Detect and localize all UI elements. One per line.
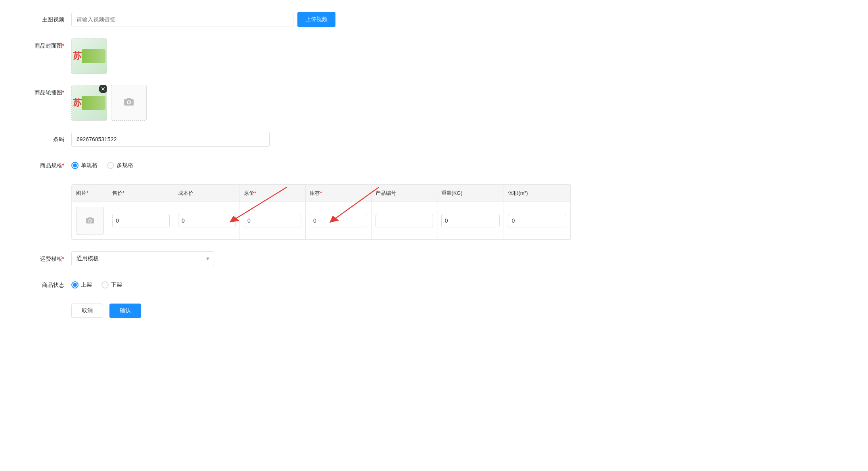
- delete-carousel-image-0[interactable]: ✕: [99, 85, 107, 93]
- barcode-label: 条码: [24, 132, 71, 147]
- sku-table-body: [72, 202, 571, 240]
- main-video-label: 主图视频: [24, 12, 71, 27]
- freight-template-value: 通用模板: [77, 255, 99, 262]
- spec-radio-group: 单规格 多规格: [71, 158, 133, 173]
- product-status-content: 上架 下架: [71, 277, 571, 292]
- carousel-images-label: 商品轮播图*: [24, 85, 71, 100]
- video-url-input[interactable]: [71, 12, 293, 27]
- sku-table: 图片* 售价* 成本价 原价* 库存* 产品编号 重量(KG) 体积(m³): [72, 185, 571, 240]
- spec-label: 商品规格*: [24, 158, 71, 173]
- camera-icon: [123, 97, 134, 109]
- sku-row-0: [72, 202, 571, 240]
- status-off-shelf-option[interactable]: 下架: [102, 281, 122, 288]
- col-original: 原价*: [240, 185, 305, 202]
- main-video-content: 上传视频: [71, 12, 571, 27]
- cover-image-upload[interactable]: [71, 38, 107, 74]
- status-off-shelf-radio[interactable]: [102, 281, 109, 288]
- product-status-row: 商品状态 上架 下架: [24, 277, 571, 292]
- col-stock: 库存*: [305, 185, 371, 202]
- carousel-add-image[interactable]: [111, 85, 147, 121]
- status-on-shelf-option[interactable]: 上架: [71, 281, 92, 288]
- sku-table-head: 图片* 售价* 成本价 原价* 库存* 产品编号 重量(KG) 体积(m³): [72, 185, 571, 202]
- sku-cell-volume-0: [504, 202, 571, 240]
- main-video-row: 主图视频 上传视频: [24, 12, 571, 27]
- barcode-row: 条码: [24, 132, 571, 147]
- spec-row: 商品规格* 单规格 多规格: [24, 158, 571, 173]
- col-price: 售价*: [108, 185, 174, 202]
- col-image: 图片*: [72, 185, 108, 202]
- sku-price-input-0[interactable]: [112, 214, 170, 227]
- sku-weight-input-0[interactable]: [441, 214, 500, 227]
- freight-template-row: 运费模板* 通用模板 ▼: [24, 251, 571, 266]
- sku-volume-input-0[interactable]: [508, 214, 566, 227]
- sku-original-input-0[interactable]: [244, 214, 301, 227]
- sku-table-row: 图片* 售价* 成本价 原价* 库存* 产品编号 重量(KG) 体积(m³): [24, 184, 571, 240]
- freight-template-select-wrap: 通用模板 ▼: [71, 251, 214, 266]
- col-cost: 成本价: [174, 185, 240, 202]
- barcode-content: [71, 132, 571, 147]
- spec-multi-option[interactable]: 多规格: [107, 162, 133, 169]
- carousel-image-0[interactable]: ✕: [71, 85, 107, 121]
- product-status-label: 商品状态: [24, 277, 71, 292]
- col-weight: 重量(KG): [437, 185, 504, 202]
- carousel-images-content: ✕: [71, 85, 571, 121]
- bottom-action-bar: 取消 确认: [24, 304, 571, 318]
- sku-cost-input-0[interactable]: [178, 214, 236, 227]
- sku-image-upload-0[interactable]: [76, 207, 104, 235]
- sku-cell-stock-0: [305, 202, 371, 240]
- freight-template-content: 通用模板 ▼: [71, 251, 571, 266]
- status-on-shelf-radio[interactable]: [71, 281, 79, 288]
- chevron-down-icon: ▼: [205, 256, 210, 261]
- carousel-images-row: 商品轮播图* ✕: [24, 85, 571, 121]
- freight-template-select[interactable]: 通用模板: [71, 251, 214, 266]
- col-volume: 体积(m³): [504, 185, 571, 202]
- sku-cell-cost-0: [174, 202, 240, 240]
- cover-image-content: [71, 38, 571, 74]
- sku-cell-original-0: [240, 202, 305, 240]
- spec-multi-radio[interactable]: [107, 162, 114, 169]
- sku-cell-product-no-0: [371, 202, 437, 240]
- barcode-input[interactable]: [71, 132, 270, 147]
- spec-single-label: 单规格: [81, 162, 98, 169]
- sku-stock-input-0[interactable]: [310, 214, 367, 227]
- sku-table-wrap: 图片* 售价* 成本价 原价* 库存* 产品编号 重量(KG) 体积(m³): [71, 184, 571, 240]
- status-off-shelf-label: 下架: [111, 281, 122, 288]
- sku-table-header-row: 图片* 售价* 成本价 原价* 库存* 产品编号 重量(KG) 体积(m³): [72, 185, 571, 202]
- col-product-no: 产品编号: [371, 185, 437, 202]
- sku-cell-image-0: [72, 202, 108, 240]
- cover-image-row: 商品封面图*: [24, 38, 571, 74]
- cancel-button[interactable]: 取消: [71, 304, 103, 318]
- sku-product-no-input-0[interactable]: [376, 214, 433, 227]
- freight-template-label: 运费模板*: [24, 251, 71, 266]
- confirm-button[interactable]: 确认: [109, 304, 141, 318]
- status-on-shelf-label: 上架: [81, 281, 92, 288]
- sku-cell-price-0: [108, 202, 174, 240]
- status-radio-group: 上架 下架: [71, 277, 122, 292]
- spec-multi-label: 多规格: [117, 162, 133, 169]
- upload-video-button[interactable]: 上传视频: [297, 12, 335, 27]
- sku-table-content: 图片* 售价* 成本价 原价* 库存* 产品编号 重量(KG) 体积(m³): [71, 184, 571, 240]
- cover-image-label: 商品封面图*: [24, 38, 71, 53]
- sku-cell-weight-0: [437, 202, 504, 240]
- spec-single-option[interactable]: 单规格: [71, 162, 98, 169]
- spec-content: 单规格 多规格: [71, 158, 571, 173]
- sku-camera-icon: [85, 216, 95, 225]
- spec-single-radio[interactable]: [71, 162, 79, 169]
